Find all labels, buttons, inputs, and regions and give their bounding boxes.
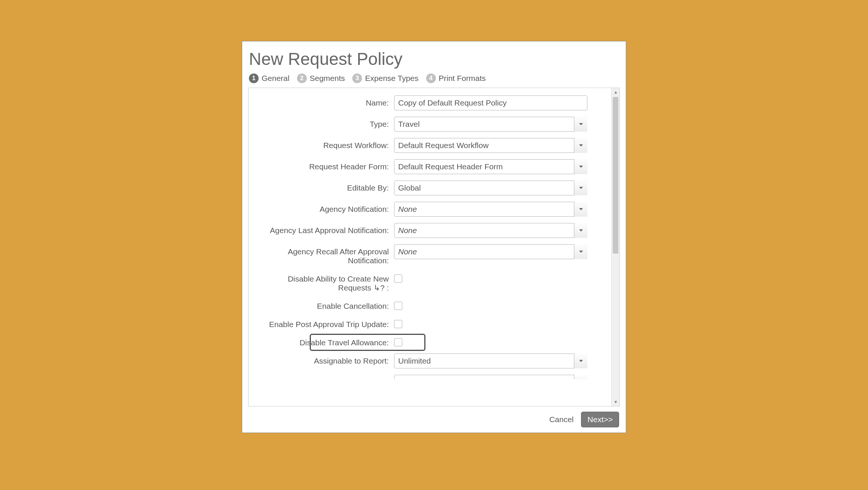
enable-post-approval-checkbox[interactable]: [394, 320, 402, 328]
step-label: Expense Types: [365, 74, 418, 83]
enable-post-approval-label: Enable Post Approval Trip Update:: [256, 317, 394, 329]
chevron-down-icon: [574, 138, 587, 153]
agency-recall-select[interactable]: None: [394, 244, 587, 259]
workflow-select[interactable]: Default Request Workflow: [394, 138, 587, 153]
step-number-badge: 2: [297, 73, 307, 83]
form-panel: Name: Type: Travel Request Workflow:: [248, 88, 620, 406]
agency-notification-value: None: [394, 202, 587, 217]
chevron-down-icon: [574, 180, 587, 195]
scroll-down-icon[interactable]: ▼: [612, 398, 620, 406]
name-input[interactable]: [394, 95, 587, 110]
chevron-down-icon: [574, 244, 587, 259]
workflow-select-value: Default Request Workflow: [394, 138, 587, 153]
scrollbar[interactable]: ▲ ▼: [611, 88, 619, 406]
agency-recall-label: Agency Recall After Approval Notificatio…: [256, 244, 394, 265]
workflow-label: Request Workflow:: [256, 138, 394, 150]
editable-by-label: Editable By:: [256, 180, 394, 192]
dialog-footer: Cancel Next>>: [242, 406, 626, 433]
disable-new-requests-checkbox[interactable]: [394, 274, 402, 283]
agency-last-approval-label: Agency Last Approval Notification:: [256, 223, 394, 235]
agency-notification-label: Agency Notification:: [256, 202, 394, 214]
disable-travel-allowance-label: Disable Travel Allowance:: [256, 335, 394, 347]
step-label: General: [262, 74, 290, 83]
chevron-down-icon: [574, 375, 587, 379]
header-form-select[interactable]: Default Request Header Form: [394, 159, 587, 174]
dialog-title: New Request Policy: [242, 41, 626, 73]
chevron-down-icon: [574, 159, 587, 174]
disable-new-requests-label: Disable Ability to Create New Requests ↳…: [256, 271, 394, 292]
type-select-value: Travel: [394, 117, 587, 132]
agency-last-approval-select[interactable]: None: [394, 223, 587, 238]
agency-notification-select[interactable]: None: [394, 202, 587, 217]
enable-cancellation-label: Enable Cancellation:: [256, 299, 394, 311]
assignable-to-report-label: Assignable to Report:: [256, 354, 394, 365]
chevron-down-icon: [574, 354, 587, 368]
chevron-down-icon: [574, 202, 587, 217]
cancel-button[interactable]: Cancel: [549, 415, 574, 424]
type-label: Type:: [256, 117, 394, 129]
wizard-step-general[interactable]: 1 General: [249, 73, 290, 83]
assignable-to-report-value: Unlimited: [394, 354, 587, 368]
wizard-steps: 1 General 2 Segments 3 Expense Types 4 P…: [242, 73, 626, 88]
assignable-to-report-select[interactable]: Unlimited: [394, 354, 587, 368]
partial-row-label: [256, 375, 394, 378]
editable-by-select-value: Global: [394, 180, 587, 195]
agency-last-approval-value: None: [394, 223, 587, 238]
enable-cancellation-checkbox[interactable]: [394, 302, 402, 310]
step-number-badge: 4: [426, 73, 436, 83]
new-request-policy-dialog: New Request Policy 1 General 2 Segments …: [242, 41, 626, 433]
editable-by-select[interactable]: Global: [394, 180, 587, 195]
step-number-badge: 1: [249, 73, 259, 83]
wizard-step-segments[interactable]: 2 Segments: [297, 73, 345, 83]
next-button[interactable]: Next>>: [581, 412, 619, 427]
chevron-down-icon: [574, 117, 587, 132]
wizard-step-print-formats[interactable]: 4 Print Formats: [426, 73, 486, 83]
chevron-down-icon: [574, 223, 587, 238]
header-form-select-value: Default Request Header Form: [394, 159, 587, 174]
scroll-up-icon[interactable]: ▲: [612, 88, 620, 96]
header-form-label: Request Header Form:: [256, 159, 394, 171]
step-label: Print Formats: [439, 74, 486, 83]
partial-select[interactable]: [394, 375, 587, 379]
wizard-step-expense-types[interactable]: 3 Expense Types: [352, 73, 418, 83]
step-label: Segments: [310, 74, 345, 83]
partial-select-value: [394, 375, 587, 379]
disable-travel-allowance-checkbox[interactable]: [394, 338, 402, 346]
type-select[interactable]: Travel: [394, 117, 587, 132]
name-label: Name:: [256, 95, 394, 107]
scroll-thumb[interactable]: [613, 97, 618, 254]
step-number-badge: 3: [352, 73, 362, 83]
agency-recall-value: None: [394, 244, 587, 259]
form-scroll-area: Name: Type: Travel Request Workflow:: [249, 88, 611, 406]
